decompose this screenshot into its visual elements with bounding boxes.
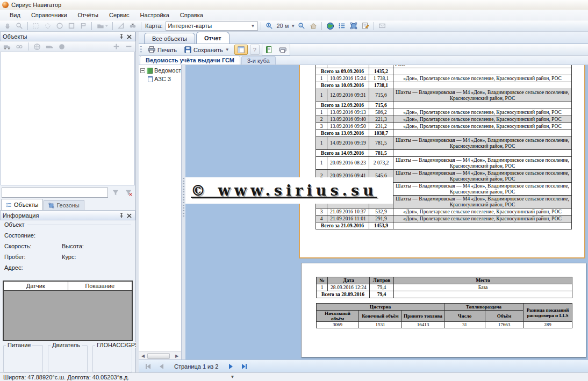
report-page-icon [148, 76, 153, 82]
show-on-map-button[interactable] [32, 42, 42, 52]
measure-button[interactable] [116, 21, 126, 31]
collapse-icon[interactable] [140, 68, 145, 73]
track-vehicle-button[interactable] [2, 42, 12, 52]
globe-button[interactable] [325, 21, 335, 31]
geozone-button[interactable] [348, 21, 359, 31]
select-polygon-button[interactable] [42, 21, 53, 31]
zoom-tool-button[interactable] [14, 21, 25, 31]
object-search-input[interactable] [2, 188, 108, 198]
add-object-button[interactable] [111, 42, 121, 52]
pin-icon[interactable] [118, 212, 125, 219]
menu-servis[interactable]: Сервис [104, 11, 135, 19]
fuel-summary-table: Цистерна Топливораздача Разница показани… [316, 303, 572, 328]
page-indicator: Страница 1 из 2 [169, 363, 224, 370]
objects-sidebar: Объекты Объекты Геозоны Информация [0, 32, 136, 372]
zoom-out-button[interactable] [296, 21, 307, 31]
layers-dropdown-button[interactable] [95, 21, 110, 31]
col-litres: Литров [370, 277, 394, 284]
tab-fuel-report[interactable]: Ведомость учёта выдачи ГСМ [140, 55, 240, 64]
filter-icon[interactable] [110, 188, 121, 197]
menu-nastroyka[interactable]: Настройка [135, 11, 175, 19]
mileage-label: Пробег: [4, 254, 62, 260]
select-route-button[interactable] [78, 21, 89, 31]
close-icon[interactable] [125, 33, 133, 40]
objects-panel-title: Объекты [3, 33, 118, 40]
reading-col-header: Показание [68, 282, 132, 290]
search-object-button[interactable] [127, 21, 138, 31]
report-row: 114.09.2016 09:19781,5Шахты — Владимиров… [316, 137, 572, 150]
home-view-button[interactable] [308, 21, 319, 31]
toolbar-grip[interactable] [140, 46, 142, 54]
objects-panel-header: Объекты [0, 32, 135, 41]
report-row: 113.09.2016 09:13586,2«Дон», Пролетарско… [316, 109, 572, 116]
message-button[interactable] [377, 21, 388, 31]
prev-page-button[interactable] [155, 362, 167, 371]
notes-button[interactable] [360, 21, 371, 31]
dispense-group-header: Топливораздача [444, 304, 524, 311]
tab-report[interactable]: Отчет [196, 32, 230, 44]
scroll-right-icon[interactable]: ▶ [173, 353, 181, 360]
report-body: Ведомость АЗС 3 ◀ ▶ РОСВсего за 09.09.20… [139, 65, 588, 360]
menu-spravochniki[interactable]: Справочники [26, 11, 73, 19]
zoom-scale-dropdown-icon[interactable]: ▼ [291, 24, 295, 28]
tree-node-vedomost-label: Ведомость [154, 67, 182, 74]
scroll-left-icon[interactable]: ◀ [139, 353, 147, 360]
window-title: Сириус Навигатор [11, 2, 61, 8]
tab-3-kuba-label: 3-и куба [247, 57, 270, 64]
statusbar-dropdown-icon[interactable]: ▼ [230, 375, 234, 379]
title-bar: Сириус Навигатор [0, 0, 588, 10]
pan-tool-button[interactable] [2, 21, 13, 31]
print-button[interactable]: Печать [145, 45, 180, 55]
objects-tree[interactable] [1, 52, 135, 185]
save-dropdown-icon[interactable]: ▼ [225, 47, 230, 52]
address-label: Адрес: [4, 264, 23, 271]
indicator-groups: Питание Двигатель ГЛОНАСС/GPS [0, 341, 135, 372]
difference-header: Разница показаний расходомера и LLS [524, 304, 572, 322]
tab-3-kuba[interactable]: 3-и куба [241, 56, 276, 64]
report-row: 120.09.2016 08:232 073,2Шахты — Владимир… [316, 157, 572, 170]
first-page-button[interactable] [142, 362, 154, 371]
select-area-button[interactable] [66, 21, 77, 31]
scroll-thumb[interactable] [147, 353, 170, 359]
last-page-button[interactable] [239, 362, 250, 371]
info-panel-header: Информация [0, 211, 135, 220]
height-label: Высота: [62, 243, 84, 249]
sidebar-tabs: Объекты Геозоны [0, 199, 135, 211]
close-icon[interactable] [125, 212, 133, 219]
book-view-button[interactable] [263, 45, 275, 55]
fuel-issue-table: РОСВсего за 09.09.20161435,2110.09.2016 … [315, 65, 572, 229]
object-list-button[interactable] [336, 21, 347, 31]
glonass-gps-label: ГЛОНАСС/GPS [95, 342, 140, 348]
tab-objects[interactable]: Объекты [1, 199, 43, 210]
zoom-in-button[interactable] [264, 21, 275, 31]
map-source-select[interactable]: Интернет-карты ▼ [166, 21, 258, 31]
zoom-scale-value[interactable]: 20 м [277, 23, 289, 29]
save-button[interactable]: Сохранить ▼ [182, 45, 232, 55]
help-button[interactable]: ? [250, 45, 260, 55]
menu-vid[interactable]: Вид [4, 11, 26, 19]
tab-all-objects[interactable]: Все объекты [144, 33, 195, 44]
menu-otchety[interactable]: Отчёты [73, 11, 104, 19]
clear-filter-icon[interactable] [123, 188, 134, 197]
print-layout-button[interactable] [276, 45, 289, 55]
next-page-button[interactable] [225, 362, 237, 371]
pin-icon[interactable] [118, 33, 125, 40]
select-circle-button[interactable] [54, 21, 65, 31]
main-area: Все объекты Отчет Печать Сохранить ▼ ? [139, 32, 588, 372]
tree-node-vedomost[interactable]: Ведомость [140, 67, 181, 74]
follow-button[interactable] [14, 42, 25, 52]
report-tree-splitter[interactable] [182, 65, 185, 360]
menu-spravka[interactable]: Справка [175, 11, 209, 19]
tab-geozones[interactable]: Геозоны [44, 200, 84, 210]
vehicle-card-button[interactable] [44, 42, 55, 52]
toggle-parameters-panel-button[interactable] [234, 45, 248, 55]
report-row: Всего за 13.09.20161038,7 [316, 130, 572, 137]
select-rect-button[interactable] [31, 21, 41, 31]
remove-object-button[interactable] [123, 42, 134, 52]
tab-fuel-report-label: Ведомость учёта выдачи ГСМ [146, 57, 234, 63]
tree-node-azs[interactable]: АЗС 3 [148, 76, 181, 82]
object-state-button[interactable] [56, 42, 67, 52]
tree-horizontal-scrollbar[interactable]: ◀ ▶ [139, 351, 181, 360]
report-tree-panel: Ведомость АЗС 3 ◀ ▶ [139, 65, 182, 360]
tab-report-label: Отчет [204, 35, 221, 41]
